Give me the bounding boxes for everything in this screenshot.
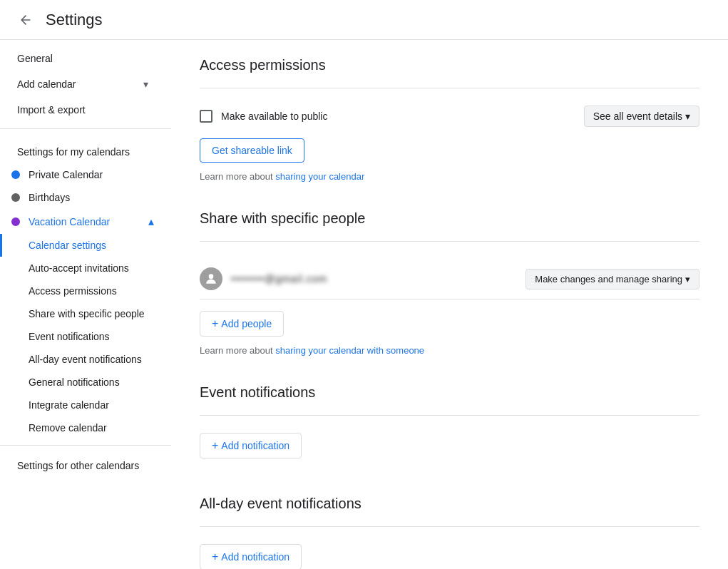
make-public-label: Make available to public	[221, 111, 327, 122]
perm-dropdown-chevron-icon: ▾	[685, 274, 690, 284]
sub-item-access-permissions[interactable]: Access permissions	[0, 280, 165, 302]
birthdays-dot	[11, 193, 20, 202]
top-bar: Settings	[0, 0, 728, 40]
add-notification-icon: +	[212, 439, 218, 452]
all-day-notifications-title: All-day event notifications	[200, 496, 699, 512]
sub-item-integrate-calendar[interactable]: Integrate calendar	[0, 394, 165, 416]
dropdown-chevron-icon: ▾	[685, 111, 690, 122]
other-calendars-header: Settings for other calendars	[0, 451, 171, 480]
sidebar: General Add calendar ▾ Import & export S…	[0, 40, 171, 569]
sidebar-item-private-calendar[interactable]: Private Calendar	[0, 163, 165, 186]
get-shareable-link-button[interactable]: Get shareable link	[200, 138, 304, 163]
sub-item-general-notifications[interactable]: General notifications	[0, 371, 165, 394]
shared-email: ••••••••@gmail.com	[231, 273, 517, 284]
event-notifications-section: Event notifications + Add notification	[200, 384, 699, 467]
access-permissions-title: Access permissions	[200, 57, 699, 73]
all-day-notifications-section: All-day event notifications + Add notifi…	[200, 496, 699, 569]
private-calendar-dot	[11, 170, 20, 179]
event-notifications-title: Event notifications	[200, 384, 699, 401]
sub-item-all-day-notifications[interactable]: All-day event notifications	[0, 348, 165, 371]
sidebar-item-birthdays[interactable]: Birthdays	[0, 186, 165, 209]
content-area: Access permissions Make available to pub…	[171, 40, 728, 569]
my-calendars-header: Settings for my calendars	[0, 135, 171, 163]
main-layout: General Add calendar ▾ Import & export S…	[0, 40, 728, 569]
shared-person-row: ••••••••@gmail.com Make changes and mana…	[200, 259, 699, 299]
vacation-calendar-chevron-icon: ▴	[148, 215, 154, 228]
vacation-calendar-dot	[11, 217, 20, 226]
avatar	[200, 267, 222, 290]
share-specific-people-title: Share with specific people	[200, 210, 699, 227]
share-someone-learn-more: Learn more about sharing your calendar w…	[200, 345, 699, 356]
page-title: Settings	[46, 11, 103, 29]
back-button[interactable]	[11, 6, 40, 34]
sidebar-item-import-export[interactable]: Import & export	[0, 97, 165, 123]
sidebar-item-general[interactable]: General	[0, 46, 165, 71]
sub-item-share-specific-people[interactable]: Share with specific people	[0, 302, 165, 325]
sidebar-item-vacation-calendar[interactable]: Vacation Calendar ▴	[0, 209, 165, 234]
make-public-checkbox[interactable]	[200, 110, 212, 123]
see-all-event-details-dropdown[interactable]: See all event details ▾	[584, 106, 699, 127]
sharing-calendar-link[interactable]: sharing your calendar	[275, 171, 364, 182]
svg-point-0	[209, 274, 214, 279]
sub-item-auto-accept[interactable]: Auto-accept invitations	[0, 257, 165, 280]
add-all-day-icon: +	[212, 550, 218, 563]
permission-dropdown[interactable]: Make changes and manage sharing ▾	[526, 269, 699, 289]
sub-item-event-notifications[interactable]: Event notifications	[0, 325, 165, 348]
add-people-button[interactable]: + Add people	[200, 311, 284, 337]
make-public-row: Make available to public See all event d…	[200, 106, 699, 127]
sharing-learn-more: Learn more about sharing your calendar	[200, 171, 699, 182]
add-people-icon: +	[212, 317, 218, 330]
sharing-with-someone-link[interactable]: sharing your calendar with someone	[275, 345, 424, 356]
sub-item-calendar-settings[interactable]: Calendar settings	[0, 234, 165, 257]
add-all-day-notification-button[interactable]: + Add notification	[200, 544, 302, 569]
access-permissions-section: Access permissions Make available to pub…	[200, 57, 699, 182]
sidebar-item-add-calendar[interactable]: Add calendar ▾	[0, 71, 165, 97]
vacation-sub-menu: Calendar settings Auto-accept invitation…	[0, 234, 171, 439]
share-specific-people-section: Share with specific people ••••••••@gmai…	[200, 210, 699, 356]
add-calendar-chevron-icon: ▾	[143, 78, 148, 90]
sub-item-remove-calendar[interactable]: Remove calendar	[0, 416, 165, 439]
add-event-notification-button[interactable]: + Add notification	[200, 433, 302, 458]
